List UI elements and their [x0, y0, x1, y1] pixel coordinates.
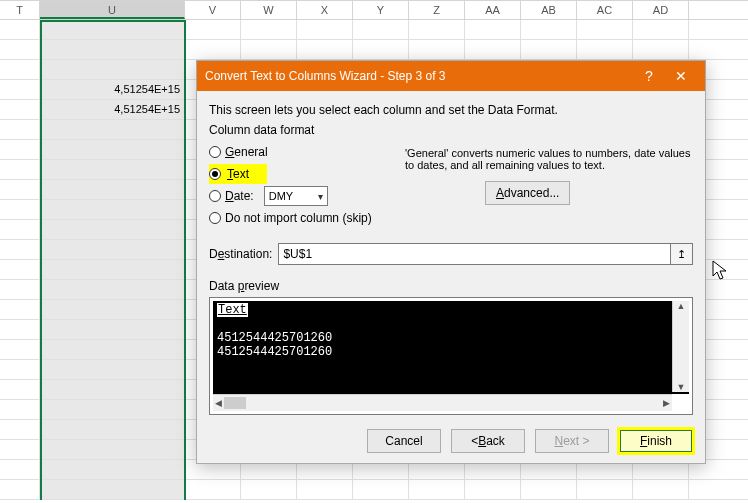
cell[interactable]	[297, 40, 353, 59]
cell[interactable]	[633, 40, 689, 59]
cell[interactable]	[40, 300, 185, 319]
cell[interactable]	[297, 20, 353, 39]
cell[interactable]	[40, 400, 185, 419]
cell[interactable]	[521, 40, 577, 59]
cell[interactable]	[0, 80, 40, 99]
cell[interactable]	[0, 300, 40, 319]
radio-text[interactable]: Text	[209, 163, 399, 185]
cell[interactable]	[409, 480, 465, 499]
cell[interactable]	[0, 60, 40, 79]
cell[interactable]	[40, 320, 185, 339]
close-button[interactable]: ✕	[665, 61, 697, 91]
cell[interactable]	[40, 160, 185, 179]
radio-skip[interactable]: Do not import column (skip)	[209, 207, 399, 229]
dialog-titlebar[interactable]: Convert Text to Columns Wizard - Step 3 …	[197, 61, 705, 91]
cell[interactable]	[633, 480, 689, 499]
column-header[interactable]: W	[241, 1, 297, 19]
cell[interactable]	[40, 260, 185, 279]
cell[interactable]	[0, 120, 40, 139]
cell[interactable]	[185, 480, 241, 499]
column-header[interactable]: Z	[409, 1, 465, 19]
cell[interactable]	[40, 380, 185, 399]
destination-input[interactable]: $U$1	[278, 243, 671, 265]
cell[interactable]: 4,51254E+15	[40, 80, 185, 99]
cell[interactable]	[0, 220, 40, 239]
cell[interactable]	[185, 40, 241, 59]
cell[interactable]	[521, 480, 577, 499]
cell[interactable]	[40, 420, 185, 439]
cell[interactable]	[40, 340, 185, 359]
cell[interactable]	[353, 480, 409, 499]
cell[interactable]	[241, 40, 297, 59]
cell[interactable]	[0, 240, 40, 259]
cell[interactable]	[353, 40, 409, 59]
cell[interactable]	[40, 240, 185, 259]
column-header[interactable]: AC	[577, 1, 633, 19]
column-header[interactable]: AB	[521, 1, 577, 19]
column-header[interactable]: Y	[353, 1, 409, 19]
advanced-button[interactable]: Advanced...	[485, 181, 570, 205]
cell[interactable]	[0, 100, 40, 119]
cell[interactable]	[577, 20, 633, 39]
cell[interactable]	[0, 320, 40, 339]
cell[interactable]	[0, 400, 40, 419]
cell[interactable]	[40, 460, 185, 479]
cell[interactable]	[0, 260, 40, 279]
preview-scrollbar-h[interactable]: ◀ ▶	[213, 394, 672, 411]
cell[interactable]	[0, 460, 40, 479]
cell[interactable]	[0, 380, 40, 399]
cell[interactable]	[40, 280, 185, 299]
column-header[interactable]: U	[40, 1, 185, 19]
column-header[interactable]: X	[297, 1, 353, 19]
cell[interactable]	[409, 20, 465, 39]
cell[interactable]	[40, 200, 185, 219]
column-header[interactable]: AA	[465, 1, 521, 19]
cell[interactable]	[0, 40, 40, 59]
finish-button[interactable]: Finish	[619, 429, 693, 453]
cell[interactable]	[40, 220, 185, 239]
cell[interactable]	[40, 480, 185, 499]
cell[interactable]	[40, 140, 185, 159]
cell[interactable]: 4,51254E+15	[40, 100, 185, 119]
cell[interactable]	[297, 480, 353, 499]
cell[interactable]	[0, 440, 40, 459]
scroll-thumb[interactable]	[224, 397, 246, 409]
cell[interactable]	[0, 20, 40, 39]
preview-scrollbar-v[interactable]: ▲ ▼	[672, 301, 689, 392]
column-header[interactable]: V	[185, 1, 241, 19]
back-button[interactable]: < Back	[451, 429, 525, 453]
cell[interactable]	[0, 140, 40, 159]
cell[interactable]	[0, 200, 40, 219]
cell[interactable]	[633, 20, 689, 39]
date-format-select[interactable]: DMY ▾	[264, 186, 328, 206]
cell[interactable]	[40, 20, 185, 39]
column-header[interactable]: T	[0, 1, 40, 19]
cell[interactable]	[0, 360, 40, 379]
cell[interactable]	[577, 480, 633, 499]
cell[interactable]	[577, 40, 633, 59]
cell[interactable]	[409, 40, 465, 59]
cell[interactable]	[0, 340, 40, 359]
cell[interactable]	[40, 40, 185, 59]
cell[interactable]	[465, 20, 521, 39]
cell[interactable]	[0, 420, 40, 439]
cell[interactable]	[40, 360, 185, 379]
cell[interactable]	[0, 280, 40, 299]
cell[interactable]	[40, 120, 185, 139]
cancel-button[interactable]: Cancel	[367, 429, 441, 453]
column-header[interactable]: AD	[633, 1, 689, 19]
cell[interactable]	[0, 180, 40, 199]
cell[interactable]	[0, 160, 40, 179]
cell[interactable]	[40, 60, 185, 79]
cell[interactable]	[40, 440, 185, 459]
radio-general[interactable]: General	[209, 141, 399, 163]
cell[interactable]	[465, 40, 521, 59]
help-button[interactable]: ?	[633, 61, 665, 91]
cell[interactable]	[0, 480, 40, 499]
cell[interactable]	[465, 480, 521, 499]
cell[interactable]	[353, 20, 409, 39]
cell[interactable]	[185, 20, 241, 39]
cell[interactable]	[521, 20, 577, 39]
cell[interactable]	[241, 480, 297, 499]
cell[interactable]	[40, 180, 185, 199]
